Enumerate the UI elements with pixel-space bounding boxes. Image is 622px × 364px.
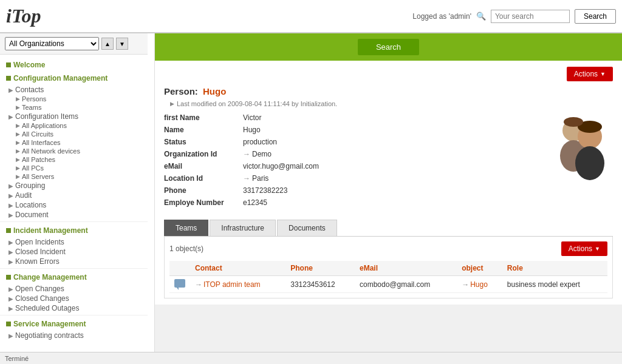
person-name-title: Hugo bbox=[203, 86, 226, 96]
field-value-org[interactable]: Demo bbox=[243, 150, 272, 158]
field-label-phone: Phone bbox=[164, 186, 243, 195]
sidebar-item-all-pcs[interactable]: ▶ All PCs bbox=[0, 164, 148, 172]
sidebar-inner: All Organizations ▲ ▼ Welcome Configurat… bbox=[0, 33, 148, 364]
global-search-input[interactable] bbox=[491, 10, 570, 23]
field-value-status: production bbox=[243, 138, 277, 146]
tab-documents[interactable]: Documents bbox=[277, 220, 337, 236]
field-label-org: Organization Id bbox=[164, 150, 243, 158]
search-button-green[interactable]: Search bbox=[358, 39, 419, 55]
sidebar-item-change-management[interactable]: Change Management bbox=[0, 271, 148, 284]
arrow-icon: ▶ bbox=[9, 258, 13, 265]
arrow-icon: ▶ bbox=[16, 140, 20, 146]
sidebar-item-all-circuits[interactable]: ▶ All Circuits bbox=[0, 130, 148, 138]
logged-as-label: Logged as 'admin' bbox=[412, 12, 471, 21]
sidebar-item-open-changes[interactable]: ▶ Open Changes bbox=[0, 284, 148, 294]
bullet-icon bbox=[6, 62, 11, 67]
sidebar-item-teams[interactable]: ▶ Teams bbox=[0, 103, 148, 112]
object-count: 1 object(s) bbox=[169, 244, 203, 253]
field-label-email: eMail bbox=[164, 162, 243, 170]
arrow-icon: ▶ bbox=[9, 332, 13, 339]
field-label-location: Location Id bbox=[164, 174, 243, 183]
sidebar-item-audit[interactable]: ▶ Audit bbox=[0, 190, 148, 200]
field-value-location[interactable]: Paris bbox=[243, 174, 268, 183]
arrow-icon: ▶ bbox=[16, 165, 20, 171]
organization-select[interactable]: All Organizations bbox=[5, 37, 99, 50]
comment-icon bbox=[174, 279, 185, 288]
col-phone: Phone bbox=[285, 261, 355, 276]
sidebar-item-grouping[interactable]: ▶ Grouping bbox=[0, 181, 148, 190]
arrow-icon: ▶ bbox=[16, 123, 20, 129]
arrow-icon: ▶ bbox=[16, 104, 20, 110]
arrow-icon: ▶ bbox=[9, 113, 13, 120]
sidebar-item-scheduled-outages[interactable]: ▶ Scheduled Outages bbox=[0, 303, 148, 313]
actions-button-table[interactable]: Actions bbox=[561, 241, 607, 256]
avatar bbox=[552, 113, 613, 174]
scroll-down-btn[interactable]: ▼ bbox=[116, 38, 128, 50]
sidebar-item-configuration-management[interactable]: Configuration Management bbox=[0, 72, 148, 85]
field-row-firstname: first Name Victor bbox=[164, 113, 540, 122]
tabs: Teams Infrastructure Documents bbox=[164, 220, 613, 237]
last-modified-text: Last modified on 2009-08-04 11:11:44 by … bbox=[177, 100, 337, 107]
sidebar-item-document[interactable]: ▶ Document bbox=[0, 210, 148, 220]
actions-button-top[interactable]: Actions bbox=[567, 67, 613, 81]
sidebar-item-all-network-devices[interactable]: ▶ All Network devices bbox=[0, 147, 148, 155]
sidebar-item-service-management[interactable]: Service Management bbox=[0, 317, 148, 331]
arrow-icon: ▶ bbox=[9, 183, 13, 189]
sidebar-item-locations[interactable]: ▶ Locations bbox=[0, 200, 148, 210]
bullet-icon bbox=[6, 322, 11, 326]
field-value-email: victor.hugo@gmail.com bbox=[243, 162, 319, 170]
statusbar: Terminé bbox=[0, 352, 622, 364]
last-modified: Last modified on 2009-08-04 11:11:44 by … bbox=[164, 100, 613, 107]
teams-table: Contact Phone eMail object Role bbox=[169, 261, 607, 293]
arrow-icon: ▶ bbox=[9, 295, 13, 302]
row-icon-cell bbox=[169, 276, 190, 293]
sidebar-item-open-incidents[interactable]: ▶ Open Incidents bbox=[0, 237, 148, 247]
row-object[interactable]: →Hugo bbox=[457, 276, 502, 293]
sidebar-item-contacts[interactable]: ▶ Contacts bbox=[0, 85, 148, 95]
col-icon bbox=[169, 261, 190, 276]
row-contact[interactable]: →ITOP admin team bbox=[190, 276, 285, 293]
main-content: Search Actions Person: Hugo Last modifie… bbox=[155, 33, 622, 364]
person-fields: first Name Victor Name Hugo Status produ… bbox=[164, 113, 540, 211]
bullet-icon bbox=[6, 76, 11, 81]
sidebar-item-incident-management[interactable]: Incident Management bbox=[0, 224, 148, 237]
layout: All Organizations ▲ ▼ Welcome Configurat… bbox=[0, 33, 622, 364]
green-search-bar: Search bbox=[155, 33, 622, 61]
field-label-status: Status bbox=[164, 138, 243, 146]
sidebar-item-closed-changes[interactable]: ▶ Closed Changes bbox=[0, 294, 148, 303]
sidebar-item-persons[interactable]: ▶ Persons bbox=[0, 95, 148, 103]
logo: iTop bbox=[6, 5, 41, 27]
field-value-employee-number: e12345 bbox=[243, 198, 267, 207]
sidebar-item-welcome[interactable]: Welcome bbox=[0, 58, 148, 72]
col-role: Role bbox=[502, 261, 607, 276]
field-row-location: Location Id Paris bbox=[164, 174, 540, 183]
svg-point-3 bbox=[575, 146, 604, 180]
tab-teams[interactable]: Teams bbox=[164, 220, 208, 236]
field-value-phone: 33172382223 bbox=[243, 186, 287, 195]
field-row-org: Organization Id Demo bbox=[164, 150, 540, 158]
sidebar-item-all-applications[interactable]: ▶ All Applications bbox=[0, 121, 148, 130]
search-icon: 🔍 bbox=[476, 12, 486, 21]
content-area: Actions Person: Hugo Last modified on 20… bbox=[155, 61, 622, 305]
sidebar-item-closed-incident[interactable]: ▶ Closed Incident bbox=[0, 247, 148, 257]
sidebar-item-known-errors[interactable]: ▶ Known Errors bbox=[0, 257, 148, 266]
sidebar-item-all-servers[interactable]: ▶ All Servers bbox=[0, 172, 148, 181]
person-details: first Name Victor Name Hugo Status produ… bbox=[164, 113, 613, 211]
table-area: 1 object(s) Actions Contact Phone eMail … bbox=[164, 237, 613, 298]
arrow-icon: ▶ bbox=[9, 87, 13, 93]
field-label-name: Name bbox=[164, 126, 243, 134]
field-row-employee-number: Employe Number e12345 bbox=[164, 198, 540, 207]
sidebar-item-all-patches[interactable]: ▶ All Patches bbox=[0, 155, 148, 164]
arrow-icon: ▶ bbox=[9, 192, 13, 199]
bullet-icon bbox=[6, 228, 11, 233]
svg-point-5 bbox=[564, 117, 583, 127]
person-title-prefix: Person: bbox=[164, 86, 198, 96]
sidebar-item-configuration-items[interactable]: ▶ Configuration Items bbox=[0, 112, 148, 121]
global-search-button[interactable]: Search bbox=[575, 9, 616, 24]
sidebar-item-negotiating-contracts[interactable]: ▶ Negotiating contracts bbox=[0, 331, 148, 340]
statusbar-text: Terminé bbox=[5, 355, 29, 362]
field-row-email: eMail victor.hugo@gmail.com bbox=[164, 162, 540, 170]
sidebar-item-all-interfaces[interactable]: ▶ All Interfaces bbox=[0, 138, 148, 147]
scroll-up-btn[interactable]: ▲ bbox=[101, 38, 114, 50]
tab-infrastructure[interactable]: Infrastructure bbox=[210, 220, 276, 236]
